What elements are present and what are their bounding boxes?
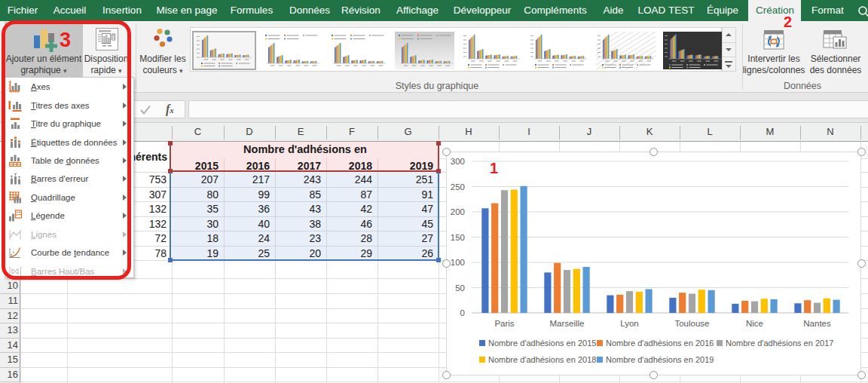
svg-text:300: 300 [451, 157, 465, 166]
svg-text:Nombre d'adhésions en 2019: Nombre d'adhésions en 2019 [606, 355, 714, 364]
svg-text:Paris: Paris [494, 319, 514, 328]
svg-text:Nombre d'adhésions en 2016: Nombre d'adhésions en 2016 [606, 339, 714, 348]
svg-text:100: 100 [451, 258, 465, 267]
svg-text:Nantes: Nantes [803, 319, 831, 328]
svg-text:Marseille: Marseille [549, 319, 584, 328]
svg-text:Toulouse: Toulouse [674, 319, 709, 328]
svg-text:Nombre d'adhésions en 2017: Nombre d'adhésions en 2017 [726, 339, 833, 348]
svg-text:0: 0 [460, 308, 465, 317]
svg-text:150: 150 [451, 233, 465, 242]
svg-text:200: 200 [451, 207, 465, 216]
svg-text:50: 50 [455, 283, 465, 293]
svg-text:250: 250 [451, 182, 465, 192]
svg-text:Nice: Nice [746, 319, 763, 328]
svg-text:Nombre d'adhésions en 2018: Nombre d'adhésions en 2018 [488, 355, 596, 364]
svg-text:Nombre d'adhésions en 2015: Nombre d'adhésions en 2015 [488, 339, 596, 348]
svg-text:Lyon: Lyon [620, 319, 639, 328]
